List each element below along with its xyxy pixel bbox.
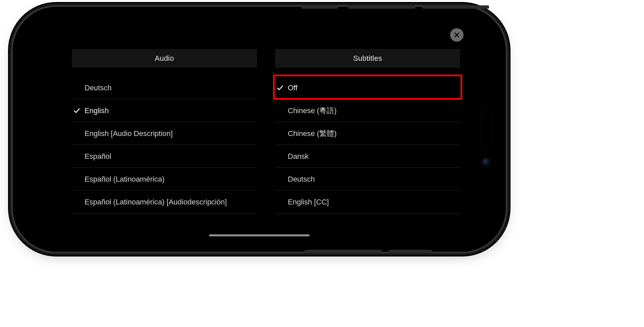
- subtitles-option[interactable]: Off: [275, 77, 460, 99]
- subtitles-list: Off Chinese (粵語) Chinese (繁體): [275, 77, 460, 214]
- audio-option-label: Deutsch: [85, 84, 112, 92]
- side-button: [301, 5, 338, 9]
- phone-bezel: Audio Deutsch English: [19, 13, 500, 246]
- audio-option-label: Español (Latinoamérica) [Audiodescripció…: [85, 198, 227, 206]
- audio-option[interactable]: Deutsch: [72, 77, 257, 99]
- subtitles-option[interactable]: English [CC]: [275, 191, 460, 214]
- audio-option[interactable]: Español: [72, 145, 257, 168]
- audio-option-label: English [Audio Description]: [85, 129, 173, 138]
- audio-option[interactable]: English: [72, 99, 257, 122]
- subtitles-option-label: Off: [288, 84, 298, 92]
- side-button: [388, 250, 432, 253]
- side-button: [422, 5, 489, 9]
- subtitles-option-label: Dansk: [288, 152, 309, 161]
- close-icon: [453, 32, 460, 38]
- check-icon: [276, 84, 284, 91]
- subtitles-option-label: Chinese (繁體): [288, 129, 336, 139]
- phone-screen: Audio Deutsch English: [25, 19, 494, 240]
- subtitles-option[interactable]: Chinese (粵語): [275, 99, 460, 122]
- subtitles-option[interactable]: Dansk: [275, 145, 460, 168]
- subtitles-option-label: Deutsch: [288, 175, 315, 184]
- camera-lens: [482, 157, 491, 167]
- phone-frame: Audio Deutsch English: [13, 7, 506, 252]
- subtitles-column: Subtitles Off Chinese (粵語): [275, 49, 460, 230]
- subtitles-option-label: English [CC]: [288, 198, 329, 206]
- subtitles-option[interactable]: Deutsch: [275, 168, 460, 191]
- subtitles-option-label: Chinese (粵語): [288, 106, 336, 116]
- check-icon: [73, 107, 80, 114]
- audio-header: Audio: [72, 49, 257, 68]
- audio-option-label: Español: [85, 152, 111, 161]
- audio-option[interactable]: Español (Latinoamérica) [Audiodescripció…: [72, 191, 257, 214]
- audio-option-label: English: [85, 106, 109, 115]
- audio-column: Audio Deutsch English: [72, 49, 257, 230]
- dynamic-island: [481, 109, 492, 149]
- close-button[interactable]: [450, 28, 464, 42]
- audio-option[interactable]: Español (Latinoamérica): [72, 168, 257, 191]
- audio-list: Deutsch English English [Audio Descripti…: [72, 77, 257, 214]
- subtitles-header-label: Subtitles: [353, 54, 382, 63]
- audio-header-label: Audio: [155, 54, 174, 63]
- side-button: [305, 250, 382, 253]
- side-button: [348, 5, 415, 9]
- audio-option[interactable]: English [Audio Description]: [72, 122, 257, 145]
- audio-option-label: Español (Latinoamérica): [85, 175, 164, 184]
- subtitles-header: Subtitles: [275, 49, 460, 68]
- home-indicator: [209, 234, 310, 236]
- subtitles-option[interactable]: Chinese (繁體): [275, 122, 460, 145]
